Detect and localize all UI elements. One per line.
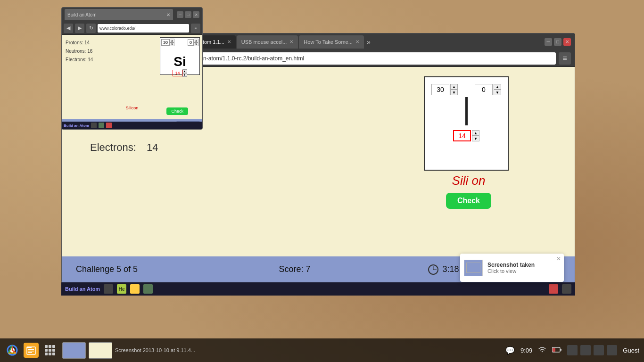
check-button[interactable]: Check bbox=[446, 193, 491, 209]
small-browser-content: Protons: 14 Neutrons: 16 Electrons: 14 3… bbox=[62, 35, 202, 129]
minimize-btn[interactable]: ─ bbox=[545, 38, 552, 46]
network-icon[interactable] bbox=[538, 345, 546, 355]
top-right-spinner-value: 0 bbox=[475, 84, 493, 95]
phet-taskbar-home[interactable] bbox=[143, 284, 153, 294]
tab-5-close[interactable]: ✕ bbox=[355, 39, 359, 44]
small-top-left-down[interactable]: ▼ bbox=[170, 42, 174, 46]
screenshot-thumbnail bbox=[464, 260, 483, 276]
small-bottom-value: 14 bbox=[173, 70, 182, 76]
tab-4-close[interactable]: ✕ bbox=[289, 39, 293, 44]
screenshot-preview bbox=[466, 263, 480, 273]
small-top-left-up[interactable]: ▲ bbox=[170, 39, 174, 42]
small-bottom-down[interactable]: ▼ bbox=[182, 73, 187, 77]
svg-rect-13 bbox=[45, 353, 48, 355]
small-check-button[interactable]: Check bbox=[166, 107, 188, 115]
screenshot-close-btn[interactable]: ✕ bbox=[556, 255, 561, 262]
top-right-spinner[interactable]: 0 ▲ ▼ bbox=[475, 84, 501, 95]
small-forward-button[interactable]: ▶ bbox=[75, 24, 84, 33]
small-browser-tab[interactable]: Build an Atom ✕ bbox=[65, 9, 173, 20]
time-display: 9:09 bbox=[520, 347, 532, 354]
files-app-icon[interactable] bbox=[24, 343, 39, 358]
small-address-bar[interactable]: www.colorado.edu/ bbox=[98, 24, 189, 33]
bottom-spinner-value: 14 bbox=[453, 130, 471, 141]
small-browser-window: Build an Atom ✕ ─ □ ✕ ◀ ▶ ↻ www.colorado… bbox=[61, 7, 203, 130]
element-box-area: 30 ▲ ▼ 0 ▲ ▼ bbox=[424, 76, 513, 209]
bottom-up-btn[interactable]: ▲ bbox=[472, 130, 479, 136]
thumbnail-1[interactable] bbox=[62, 342, 86, 359]
small-close-btn[interactable]: ✕ bbox=[193, 11, 199, 18]
small-top-right-spinner[interactable]: 0 ▲ ▼ bbox=[188, 39, 198, 46]
phet-taskbar-icon-he[interactable]: He bbox=[117, 284, 126, 294]
chrome-app-icon[interactable] bbox=[5, 343, 20, 358]
clock-icon bbox=[428, 264, 438, 275]
screenshot-notification: Screenshot taken Click to view ✕ bbox=[460, 254, 564, 282]
tray-icons bbox=[567, 345, 617, 355]
phet-logo[interactable] bbox=[549, 284, 558, 294]
phet-taskbar: Build an Atom He bbox=[61, 282, 575, 296]
phet-settings[interactable] bbox=[562, 284, 571, 294]
screenshot-subtitle: Click to view bbox=[487, 268, 560, 274]
small-atom-info: Protons: 14 Neutrons: 16 Electrons: 14 bbox=[66, 39, 93, 64]
top-left-up-btn[interactable]: ▲ bbox=[450, 84, 458, 90]
svg-rect-17 bbox=[560, 349, 561, 351]
svg-rect-5 bbox=[28, 351, 34, 352]
tab-5[interactable]: How To Take Some... ✕ bbox=[299, 35, 364, 49]
tray-icon-4[interactable] bbox=[607, 345, 617, 355]
tray-icon-2[interactable] bbox=[580, 345, 591, 355]
phet-taskbar-icon-1[interactable] bbox=[104, 284, 113, 294]
small-url: www.colorado.edu/ bbox=[99, 26, 135, 31]
small-back-button[interactable]: ◀ bbox=[64, 24, 73, 33]
tab-3-close[interactable]: ✕ bbox=[227, 39, 231, 44]
window-controls: ─ □ ✕ bbox=[545, 38, 571, 46]
small-menu-btn[interactable]: ≡ bbox=[191, 24, 200, 33]
thumbnail-2-content bbox=[89, 343, 112, 358]
small-maximize-btn[interactable]: □ bbox=[185, 11, 191, 18]
bottom-down-btn[interactable]: ▼ bbox=[472, 136, 479, 141]
more-tabs-btn[interactable]: » bbox=[367, 38, 371, 46]
maximize-btn[interactable]: □ bbox=[554, 38, 561, 46]
small-top-right-up[interactable]: ▲ bbox=[194, 39, 198, 42]
svg-rect-4 bbox=[28, 349, 34, 350]
small-browser-titlebar: Build an Atom ✕ ─ □ ✕ bbox=[62, 8, 202, 22]
svg-rect-18 bbox=[553, 348, 555, 352]
taskbar-system-icons: 💬 9:09 bbox=[505, 345, 639, 355]
tray-icon-3[interactable] bbox=[594, 345, 604, 355]
svg-rect-11 bbox=[49, 349, 51, 352]
small-bottom-up[interactable]: ▲ bbox=[182, 69, 187, 73]
small-minimize-btn[interactable]: ─ bbox=[177, 11, 183, 18]
top-right-down-btn[interactable]: ▼ bbox=[494, 90, 501, 95]
small-tab-close[interactable]: ✕ bbox=[166, 12, 170, 17]
small-phet-taskbar: Build an Atom bbox=[62, 122, 202, 129]
small-element-symbol: Si bbox=[160, 55, 199, 68]
element-display-box: 30 ▲ ▼ 0 ▲ ▼ bbox=[424, 76, 509, 171]
small-top-right-down[interactable]: ▼ bbox=[194, 42, 198, 46]
small-refresh-button[interactable]: ↻ bbox=[86, 24, 96, 33]
small-electrons-value: 14 bbox=[88, 57, 93, 62]
svg-rect-12 bbox=[52, 349, 55, 352]
thumbnail-2[interactable] bbox=[89, 342, 112, 359]
tab-5-label: How To Take Some... bbox=[304, 39, 353, 45]
tray-icon-1[interactable] bbox=[567, 345, 578, 355]
apps-grid-icon[interactable] bbox=[42, 343, 58, 358]
top-left-spinner[interactable]: 30 ▲ ▼ bbox=[431, 84, 458, 95]
battery-icon[interactable] bbox=[552, 346, 561, 354]
top-left-down-btn[interactable]: ▼ bbox=[450, 90, 458, 95]
bottom-spinner[interactable]: 14 ▲ ▼ bbox=[429, 130, 503, 141]
screenshot-title: Screenshot taken bbox=[487, 262, 560, 268]
tab-4[interactable]: USB mouse accel... ✕ bbox=[237, 35, 298, 49]
score-label: Score: 7 bbox=[225, 264, 364, 274]
small-element-name: Silicon bbox=[126, 106, 139, 110]
challenge-label: Challenge 5 of 5 bbox=[76, 264, 215, 274]
small-neutrons-value: 16 bbox=[87, 49, 92, 54]
small-top-left-spinner[interactable]: 30 ▲ ▼ bbox=[161, 39, 174, 46]
svg-rect-9 bbox=[52, 345, 55, 348]
small-phet-icon bbox=[91, 123, 97, 128]
close-btn[interactable]: ✕ bbox=[563, 38, 571, 46]
phet-taskbar-icon-3[interactable] bbox=[130, 284, 140, 294]
top-right-up-btn[interactable]: ▲ bbox=[494, 84, 501, 90]
browser-menu-btn[interactable]: ≡ bbox=[559, 52, 571, 65]
notification-icon[interactable]: 💬 bbox=[505, 346, 515, 355]
guest-label: Guest bbox=[623, 347, 639, 354]
taskbar-thumbnails: Screenshot 2013-10-10 at 9.11.4... bbox=[58, 342, 505, 359]
small-protons-label: Protons: bbox=[66, 40, 83, 45]
